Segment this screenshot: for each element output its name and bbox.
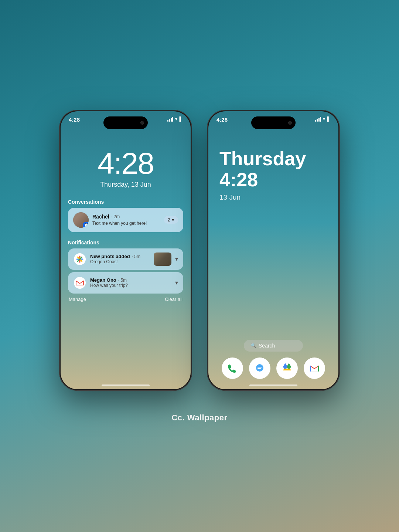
left-phone-screen: 4:28 ▾ ▌ 4:28 (61, 111, 191, 389)
right-home-indicator (249, 384, 297, 386)
messenger-badge-icon (83, 222, 89, 228)
lock-time: 4:28 (68, 148, 183, 179)
right-phone-screen: 4:28 ▾ ▌ Thursday 4 (208, 111, 338, 389)
gmail-app-icon (73, 276, 86, 289)
photos-notif-title: New phots added (90, 254, 130, 259)
conv-message: Text me when you get here! (92, 221, 160, 226)
clear-all-button[interactable]: Clear all (165, 297, 183, 302)
phone-app-icon[interactable] (222, 358, 243, 379)
chevron-down-icon: ▾ (172, 217, 174, 223)
gmail-notification[interactable]: Megan Ono · 5m How was your trip? ▾ (68, 272, 183, 294)
conv-badge-count: 2 (168, 217, 170, 223)
left-status-time: 4:28 (69, 116, 80, 123)
right-status-time: 4:28 (216, 116, 228, 123)
left-status-icons: ▾ ▌ (167, 116, 183, 122)
search-label: Search (259, 343, 275, 349)
avatar (73, 212, 89, 228)
right-battery-icon: ▌ (327, 116, 330, 122)
manage-button[interactable]: Manage (69, 297, 86, 302)
lock-date: Thursday, 13 Jun (68, 181, 183, 189)
right-dynamic-island (251, 116, 296, 129)
photos-thumbnail (154, 253, 171, 266)
search-icon: 🔍 (250, 343, 256, 348)
photos-notif-time: · 5m (132, 254, 140, 259)
dock-area: 🔍 Search (208, 340, 338, 379)
photos-notification[interactable]: New phots added · 5m Oregon Coast ▾ (68, 248, 183, 270)
right-status-icons: ▾ ▌ (315, 116, 330, 122)
home-date: 13 Jun (219, 193, 327, 201)
photos-notif-sub: Oregon Coast (90, 259, 150, 264)
wifi-icon: ▾ (175, 116, 177, 122)
right-wifi-icon: ▾ (323, 116, 325, 122)
photos-app-icon (73, 253, 86, 266)
conversations-label: Conversations (68, 199, 183, 205)
right-signal-icon (315, 116, 321, 122)
conv-info: Rachel · 2m Text me when you get here! (92, 214, 160, 226)
conv-time: · 2m (111, 214, 120, 219)
photos-notif-info: New phots added · 5m Oregon Coast (90, 254, 150, 264)
left-phone: 4:28 ▾ ▌ 4:28 (59, 110, 192, 391)
right-phone: 4:28 ▾ ▌ Thursday 4 (207, 110, 340, 391)
gmail-dock-icon[interactable] (304, 358, 325, 379)
messages-app-icon[interactable] (249, 358, 270, 379)
notifications-section: Notifications (68, 240, 183, 302)
lock-screen-content: 4:28 Thursday, 13 Jun Conversations Rach… (61, 133, 191, 389)
left-home-indicator (102, 384, 150, 386)
dock-icons (222, 358, 325, 379)
notifications-label: Notifications (68, 240, 183, 245)
gmail-notif-title: Megan Ono (90, 277, 116, 283)
search-bar[interactable]: 🔍 Search (244, 340, 303, 352)
signal-icon (167, 116, 174, 122)
gmail-chevron-icon: ▾ (175, 279, 178, 286)
conversations-section: Conversations Rachel · 2m Text me when y… (68, 199, 183, 232)
dynamic-island (103, 116, 148, 129)
gmail-notif-time: · 5m (118, 278, 127, 283)
svg-point-3 (256, 364, 263, 372)
home-day: Thursday (219, 148, 327, 169)
drive-app-icon[interactable] (276, 358, 298, 379)
phones-container: 4:28 ▾ ▌ 4:28 (59, 110, 340, 391)
photos-chevron-icon: ▾ (175, 255, 178, 262)
conv-badge[interactable]: 2 ▾ (164, 216, 178, 224)
home-time: 4:28 (219, 169, 327, 190)
conv-name: Rachel (92, 214, 109, 220)
gmail-notif-sub: How was your trip? (90, 283, 171, 288)
notif-footer: Manage Clear all (68, 297, 183, 302)
battery-icon: ▌ (179, 116, 183, 122)
gmail-notif-info: Megan Ono · 5m How was your trip? (90, 277, 171, 288)
conversation-card[interactable]: Rachel · 2m Text me when you get here! 2… (68, 208, 183, 232)
watermark: Cc. Wallpaper (171, 413, 227, 423)
